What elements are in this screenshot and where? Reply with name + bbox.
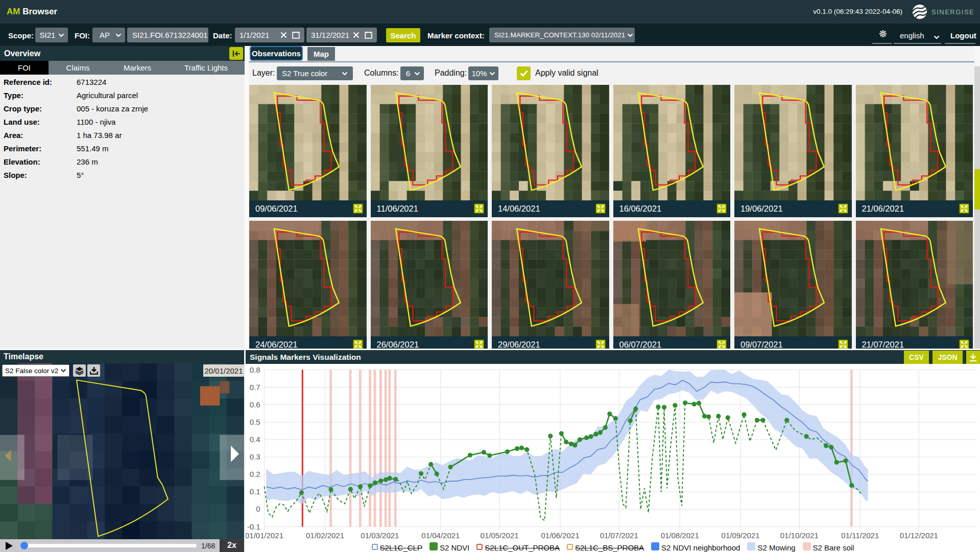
svg-text:0.1: 0.1: [250, 487, 260, 496]
svg-text:0.5: 0.5: [250, 418, 260, 426]
svg-text:01/03/2021: 01/03/2021: [361, 531, 399, 540]
svg-text:0.6: 0.6: [250, 400, 260, 409]
svg-text:01/10/2021: 01/10/2021: [780, 531, 819, 540]
svg-text:0.2: 0.2: [250, 470, 260, 478]
svg-text:0: 0: [256, 504, 260, 513]
svg-text:-0.1: -0.1: [247, 522, 260, 531]
svg-text:01/09/2021: 01/09/2021: [722, 531, 760, 540]
svg-text:01/04/2021: 01/04/2021: [421, 531, 460, 540]
svg-text:01/01/2021: 01/01/2021: [246, 531, 283, 540]
svg-text:01/07/2021: 01/07/2021: [600, 531, 638, 540]
svg-text:01/06/2021: 01/06/2021: [541, 531, 579, 540]
svg-text:01/05/2021: 01/05/2021: [481, 531, 519, 540]
svg-text:01/11/2021: 01/11/2021: [841, 531, 879, 540]
svg-text:01/12/2021: 01/12/2021: [900, 531, 938, 540]
svg-text:0.8: 0.8: [250, 365, 260, 374]
svg-text:0.4: 0.4: [250, 435, 260, 444]
svg-text:0.7: 0.7: [250, 383, 260, 392]
svg-text:01/08/2021: 01/08/2021: [661, 531, 699, 540]
svg-text:01/02/2021: 01/02/2021: [306, 531, 344, 540]
svg-text:0.3: 0.3: [250, 452, 260, 461]
